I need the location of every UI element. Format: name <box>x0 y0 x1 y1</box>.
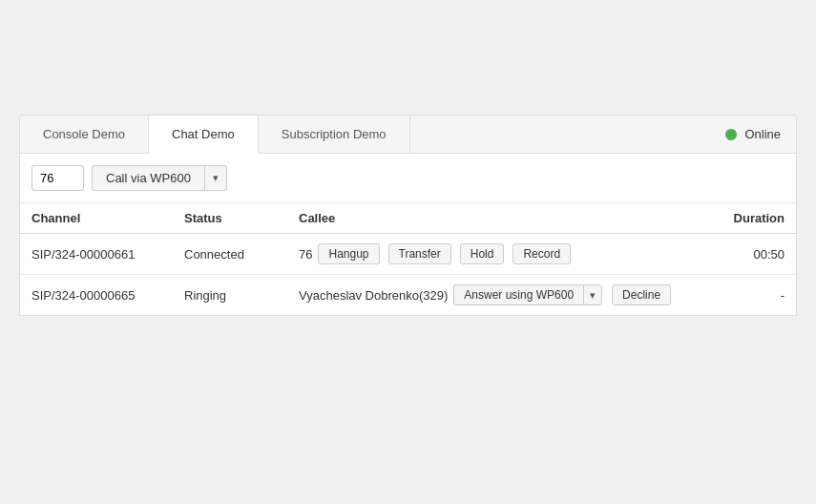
status-label: Online <box>744 127 781 141</box>
cell-callee-2: Vyacheslav Dobrenko(329) Answer using WP… <box>287 275 720 316</box>
answer-group: Answer using WP600 ▾ <box>453 284 602 305</box>
table-row: SIP/324-00000661 Connected 76 Hangup Tra… <box>20 234 796 275</box>
header-duration: Duration <box>720 203 796 234</box>
cell-duration-2: - <box>720 275 796 316</box>
status-area: Online <box>710 127 796 141</box>
number-input[interactable] <box>31 165 84 191</box>
decline-button[interactable]: Decline <box>612 284 671 305</box>
callee-number-1: 76 <box>299 247 312 262</box>
status-indicator <box>725 129 737 140</box>
header-status: Status <box>173 203 287 234</box>
cell-status-1: Connected <box>173 234 287 275</box>
top-spacer <box>19 19 797 115</box>
calls-table: Channel Status Callee Duration SIP/324-0… <box>20 203 796 315</box>
cell-channel-2: SIP/324-00000665 <box>20 275 173 316</box>
table-header-row: Channel Status Callee Duration <box>20 203 796 234</box>
answer-dropdown-button[interactable]: ▾ <box>583 284 602 305</box>
tab-subscription[interactable]: Subscription Demo <box>259 116 410 153</box>
cell-channel-1: SIP/324-00000661 <box>20 234 173 275</box>
table-row: SIP/324-00000665 Ringing Vyacheslav Dobr… <box>20 275 796 316</box>
tab-chat[interactable]: Chat Demo <box>149 116 259 154</box>
callee-content-1: 76 Hangup Transfer Hold Record <box>299 243 708 264</box>
transfer-button[interactable]: Transfer <box>388 243 451 264</box>
answer-button[interactable]: Answer using WP600 <box>453 284 583 305</box>
callee-name-2: Vyacheslav Dobrenko(329) <box>299 288 448 303</box>
cell-callee-1: 76 Hangup Transfer Hold Record <box>287 234 720 275</box>
main-content: Call via WP600 ▾ Channel Status Callee D… <box>19 154 797 316</box>
hangup-button[interactable]: Hangup <box>318 243 379 264</box>
cell-duration-1: 00:50 <box>720 234 796 275</box>
tab-console[interactable]: Console Demo <box>20 116 149 153</box>
hold-button[interactable]: Hold <box>460 243 505 264</box>
header-callee: Callee <box>287 203 720 234</box>
call-button-group: Call via WP600 ▾ <box>92 165 227 191</box>
record-button[interactable]: Record <box>513 243 571 264</box>
header-channel: Channel <box>20 203 173 234</box>
page-wrapper: Console Demo Chat Demo Subscription Demo… <box>0 0 816 504</box>
call-button[interactable]: Call via WP600 <box>92 165 204 191</box>
tabs-left: Console Demo Chat Demo Subscription Demo <box>20 116 410 153</box>
call-dropdown-button[interactable]: ▾ <box>204 165 227 191</box>
callee-content-2: Vyacheslav Dobrenko(329) Answer using WP… <box>299 284 708 305</box>
toolbar: Call via WP600 ▾ <box>20 165 796 203</box>
tab-bar: Console Demo Chat Demo Subscription Demo… <box>19 115 797 154</box>
cell-status-2: Ringing <box>173 275 287 316</box>
